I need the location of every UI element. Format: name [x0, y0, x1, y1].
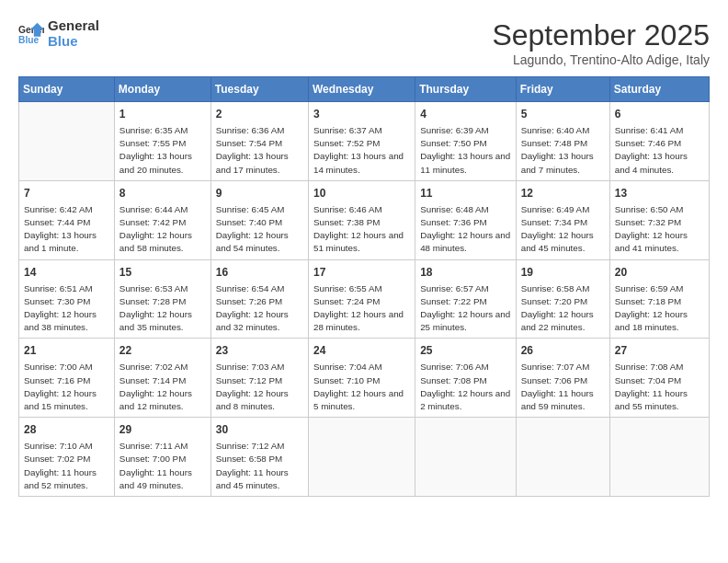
- day-info: Sunrise: 6:44 AMSunset: 7:42 PMDaylight:…: [119, 203, 206, 256]
- day-cell: 27Sunrise: 7:08 AMSunset: 7:04 PMDayligh…: [609, 339, 709, 418]
- day-info: Sunrise: 6:53 AMSunset: 7:28 PMDaylight:…: [119, 282, 206, 335]
- day-header-tuesday: Tuesday: [210, 77, 308, 102]
- day-number: 19: [521, 264, 605, 281]
- day-number: 22: [119, 342, 206, 359]
- day-number: 14: [24, 264, 109, 281]
- page-header: General Blue General Blue September 2025…: [18, 18, 710, 67]
- day-cell: 12Sunrise: 6:49 AMSunset: 7:34 PMDayligh…: [516, 180, 609, 259]
- day-info: Sunrise: 7:00 AMSunset: 7:16 PMDaylight:…: [24, 361, 109, 413]
- day-number: 13: [615, 185, 704, 201]
- day-info: Sunrise: 7:03 AMSunset: 7:12 PMDaylight:…: [216, 361, 303, 413]
- day-info: Sunrise: 6:42 AMSunset: 7:44 PMDaylight:…: [24, 203, 109, 256]
- day-header-row: SundayMondayTuesdayWednesdayThursdayFrid…: [19, 77, 710, 102]
- day-cell: 14Sunrise: 6:51 AMSunset: 7:30 PMDayligh…: [19, 259, 115, 339]
- day-number: 11: [420, 185, 511, 201]
- day-number: 23: [216, 342, 303, 359]
- day-cell: 19Sunrise: 6:58 AMSunset: 7:20 PMDayligh…: [516, 259, 609, 339]
- day-number: 17: [313, 264, 410, 281]
- day-cell: 6Sunrise: 6:41 AMSunset: 7:46 PMDaylight…: [609, 102, 709, 181]
- day-info: Sunrise: 6:48 AMSunset: 7:36 PMDaylight:…: [420, 203, 511, 256]
- day-info: Sunrise: 6:36 AMSunset: 7:54 PMDaylight:…: [216, 124, 303, 177]
- day-number: 4: [420, 106, 511, 122]
- day-cell: 30Sunrise: 7:12 AMSunset: 6:58 PMDayligh…: [210, 418, 308, 497]
- day-info: Sunrise: 7:02 AMSunset: 7:14 PMDaylight:…: [119, 361, 206, 413]
- day-number: 9: [216, 185, 303, 201]
- day-info: Sunrise: 6:49 AMSunset: 7:34 PMDaylight:…: [521, 203, 605, 256]
- day-cell: 22Sunrise: 7:02 AMSunset: 7:14 PMDayligh…: [114, 339, 210, 418]
- day-cell: [415, 418, 517, 497]
- day-cell: 11Sunrise: 6:48 AMSunset: 7:36 PMDayligh…: [415, 180, 517, 259]
- day-number: 7: [24, 185, 109, 201]
- day-header-sunday: Sunday: [19, 77, 115, 102]
- calendar-table: SundayMondayTuesdayWednesdayThursdayFrid…: [18, 76, 710, 497]
- day-cell: 29Sunrise: 7:11 AMSunset: 7:00 PMDayligh…: [114, 418, 210, 497]
- day-number: 16: [216, 264, 303, 281]
- day-number: 24: [313, 342, 410, 359]
- day-info: Sunrise: 6:50 AMSunset: 7:32 PMDaylight:…: [615, 203, 704, 256]
- location-subtitle: Lagundo, Trentino-Alto Adige, Italy: [492, 52, 710, 67]
- day-info: Sunrise: 7:11 AMSunset: 7:00 PMDaylight:…: [119, 440, 206, 492]
- day-cell: 26Sunrise: 7:07 AMSunset: 7:06 PMDayligh…: [516, 339, 609, 418]
- month-title: September 2025: [492, 18, 710, 52]
- day-info: Sunrise: 6:45 AMSunset: 7:40 PMDaylight:…: [216, 203, 303, 256]
- day-info: Sunrise: 6:54 AMSunset: 7:26 PMDaylight:…: [216, 282, 303, 335]
- day-cell: 10Sunrise: 6:46 AMSunset: 7:38 PMDayligh…: [309, 180, 415, 259]
- day-info: Sunrise: 7:10 AMSunset: 7:02 PMDaylight:…: [24, 440, 109, 492]
- svg-text:Blue: Blue: [18, 35, 40, 45]
- day-info: Sunrise: 7:12 AMSunset: 6:58 PMDaylight:…: [216, 440, 303, 492]
- day-number: 30: [216, 421, 303, 438]
- day-cell: [309, 418, 415, 497]
- day-header-friday: Friday: [516, 77, 609, 102]
- day-info: Sunrise: 7:08 AMSunset: 7:04 PMDaylight:…: [615, 361, 704, 413]
- day-number: 3: [313, 106, 410, 122]
- day-cell: 23Sunrise: 7:03 AMSunset: 7:12 PMDayligh…: [210, 339, 308, 418]
- day-cell: 24Sunrise: 7:04 AMSunset: 7:10 PMDayligh…: [309, 339, 415, 418]
- day-info: Sunrise: 6:57 AMSunset: 7:22 PMDaylight:…: [420, 282, 511, 335]
- day-number: 15: [119, 264, 206, 281]
- day-cell: 1Sunrise: 6:35 AMSunset: 7:55 PMDaylight…: [114, 102, 210, 181]
- logo: General Blue General Blue: [18, 18, 99, 49]
- day-cell: 13Sunrise: 6:50 AMSunset: 7:32 PMDayligh…: [609, 180, 709, 259]
- day-cell: 17Sunrise: 6:55 AMSunset: 7:24 PMDayligh…: [309, 259, 415, 339]
- week-row-4: 21Sunrise: 7:00 AMSunset: 7:16 PMDayligh…: [19, 339, 710, 418]
- day-cell: 25Sunrise: 7:06 AMSunset: 7:08 PMDayligh…: [415, 339, 517, 418]
- day-number: 21: [24, 342, 109, 359]
- day-cell: 4Sunrise: 6:39 AMSunset: 7:50 PMDaylight…: [415, 102, 517, 181]
- day-number: 5: [521, 106, 605, 122]
- day-cell: [516, 418, 609, 497]
- day-cell: 2Sunrise: 6:36 AMSunset: 7:54 PMDaylight…: [210, 102, 308, 181]
- day-info: Sunrise: 6:58 AMSunset: 7:20 PMDaylight:…: [521, 282, 605, 335]
- day-cell: [19, 102, 115, 181]
- day-info: Sunrise: 6:51 AMSunset: 7:30 PMDaylight:…: [24, 282, 109, 335]
- week-row-3: 14Sunrise: 6:51 AMSunset: 7:30 PMDayligh…: [19, 259, 710, 339]
- day-number: 29: [119, 421, 206, 438]
- day-number: 28: [24, 421, 109, 438]
- day-cell: [609, 418, 709, 497]
- day-cell: 15Sunrise: 6:53 AMSunset: 7:28 PMDayligh…: [114, 259, 210, 339]
- day-cell: 8Sunrise: 6:44 AMSunset: 7:42 PMDaylight…: [114, 180, 210, 259]
- day-number: 26: [521, 342, 605, 359]
- day-number: 18: [420, 264, 511, 281]
- day-number: 10: [313, 185, 410, 201]
- day-info: Sunrise: 7:04 AMSunset: 7:10 PMDaylight:…: [313, 361, 410, 413]
- day-info: Sunrise: 6:35 AMSunset: 7:55 PMDaylight:…: [119, 124, 206, 177]
- day-number: 6: [615, 106, 704, 122]
- title-block: September 2025 Lagundo, Trentino-Alto Ad…: [492, 18, 710, 67]
- day-number: 20: [615, 264, 704, 281]
- day-number: 25: [420, 342, 511, 359]
- day-number: 8: [119, 185, 206, 201]
- day-cell: 5Sunrise: 6:40 AMSunset: 7:48 PMDaylight…: [516, 102, 609, 181]
- day-cell: 21Sunrise: 7:00 AMSunset: 7:16 PMDayligh…: [19, 339, 115, 418]
- day-header-monday: Monday: [114, 77, 210, 102]
- day-info: Sunrise: 6:39 AMSunset: 7:50 PMDaylight:…: [420, 124, 511, 177]
- day-cell: 7Sunrise: 6:42 AMSunset: 7:44 PMDaylight…: [19, 180, 115, 259]
- day-info: Sunrise: 6:46 AMSunset: 7:38 PMDaylight:…: [313, 203, 410, 256]
- day-number: 27: [615, 342, 704, 359]
- day-cell: 9Sunrise: 6:45 AMSunset: 7:40 PMDaylight…: [210, 180, 308, 259]
- day-info: Sunrise: 7:07 AMSunset: 7:06 PMDaylight:…: [521, 361, 605, 413]
- day-cell: 28Sunrise: 7:10 AMSunset: 7:02 PMDayligh…: [19, 418, 115, 497]
- day-info: Sunrise: 7:06 AMSunset: 7:08 PMDaylight:…: [420, 361, 511, 413]
- day-info: Sunrise: 6:37 AMSunset: 7:52 PMDaylight:…: [313, 124, 410, 177]
- day-header-saturday: Saturday: [609, 77, 709, 102]
- day-info: Sunrise: 6:55 AMSunset: 7:24 PMDaylight:…: [313, 282, 410, 335]
